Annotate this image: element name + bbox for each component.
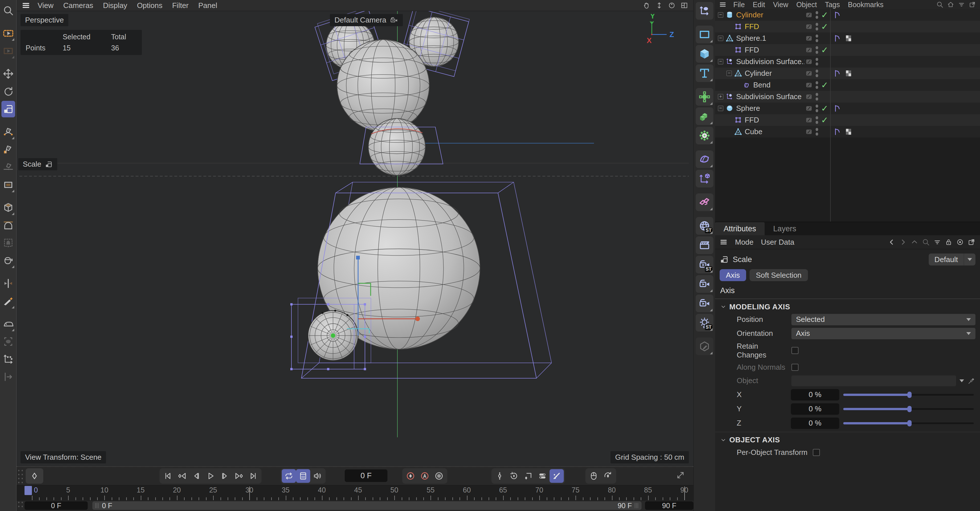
object-name[interactable]: Bend	[753, 81, 771, 89]
attribute-menu-icon[interactable]	[720, 238, 728, 246]
key-pla-toggles[interactable]	[535, 469, 550, 483]
tree-row-bend[interactable]: Bend✓	[715, 79, 980, 91]
option-tab-soft-selection[interactable]: Soft Selection	[749, 269, 808, 281]
along-normals-checkbox[interactable]	[791, 364, 799, 371]
menu-panel[interactable]: Panel	[198, 1, 217, 10]
play-all-frames[interactable]	[296, 469, 310, 483]
layer-chip-icon[interactable]	[805, 46, 813, 54]
spline-primitive[interactable]	[696, 25, 713, 43]
motion-camera-object[interactable]	[696, 295, 713, 312]
stage-object[interactable]	[696, 236, 713, 254]
tab-layers[interactable]: Layers	[765, 222, 805, 235]
tree-row-cube[interactable]: Cube	[715, 126, 980, 138]
autokeying[interactable]	[418, 469, 432, 483]
object-name[interactable]: Cylinder	[745, 69, 772, 78]
phong-tag-icon[interactable]	[834, 34, 842, 43]
object-name[interactable]: Cylinder	[736, 11, 763, 19]
enabled-check-icon[interactable]: ✓	[821, 79, 828, 91]
tweak-tool[interactable]	[2, 177, 15, 193]
iron-tool[interactable]	[2, 315, 15, 332]
go-up[interactable]	[910, 238, 918, 246]
object-name[interactable]: Sphere.1	[736, 34, 766, 43]
cloner-object[interactable]	[696, 193, 713, 211]
om-menu-object[interactable]: Object	[796, 0, 817, 9]
om-menu-bookmarks[interactable]: Bookmarks	[848, 0, 883, 9]
mode-menu[interactable]: Mode	[735, 238, 754, 247]
slider-value-x[interactable]: 0 %	[791, 389, 839, 401]
layer-chip-icon[interactable]	[805, 11, 813, 19]
layer-chip-icon[interactable]	[805, 105, 813, 112]
visibility-dots[interactable]	[816, 128, 818, 135]
enabled-check-icon[interactable]: ✓	[821, 9, 828, 21]
magnet-tool[interactable]	[2, 252, 15, 269]
next-key[interactable]	[232, 469, 246, 483]
keyframe-mouse[interactable]	[587, 469, 601, 483]
orbit-view[interactable]	[668, 2, 676, 10]
layer-chip-icon[interactable]	[805, 128, 813, 135]
previous-key[interactable]	[175, 469, 189, 483]
loop-selection-tool[interactable]	[2, 333, 15, 350]
preset-dropdown[interactable]: Default	[929, 253, 975, 266]
spline-pen-tool[interactable]	[2, 124, 15, 140]
visibility-dots[interactable]	[816, 93, 818, 100]
menu-filter[interactable]: Filter	[172, 1, 189, 10]
spline-smooth-tool[interactable]	[2, 159, 15, 175]
simulation-object[interactable]	[696, 127, 713, 145]
keying-filter[interactable]	[550, 469, 564, 483]
layer-chip-icon[interactable]	[805, 35, 813, 42]
per-object-transform-checkbox[interactable]	[813, 449, 820, 456]
menu-view[interactable]: View	[38, 1, 54, 10]
range-marker-30[interactable]	[249, 487, 250, 500]
range-start-field[interactable]: 0 F	[24, 501, 88, 510]
object-link-field[interactable]	[791, 376, 956, 386]
slider-y[interactable]	[843, 403, 975, 415]
om-search[interactable]	[936, 1, 943, 8]
scale-tool[interactable]	[2, 101, 15, 117]
object-name[interactable]: FFD	[745, 22, 759, 31]
layer-chip-icon[interactable]	[805, 70, 813, 77]
rotate-tool[interactable]	[2, 83, 15, 100]
object-name[interactable]: Sphere	[736, 104, 760, 113]
slider-x[interactable]	[843, 389, 975, 401]
attr-lock[interactable]	[945, 238, 953, 246]
object-name[interactable]: FFD	[745, 46, 759, 54]
modeling-helper-object[interactable]	[696, 170, 713, 188]
tree-row-ffd[interactable]: FFD✓	[715, 21, 980, 32]
user-data-menu[interactable]: User Data	[761, 238, 794, 247]
eyedropper-icon[interactable]	[967, 377, 975, 385]
move-tool[interactable]	[2, 65, 15, 82]
next-frame[interactable]	[218, 469, 232, 483]
enabled-check-icon[interactable]: ✓	[821, 21, 828, 32]
retain-changes-checkbox[interactable]	[791, 347, 799, 354]
phong-tag-icon[interactable]	[834, 69, 842, 78]
goto-start[interactable]	[161, 469, 175, 483]
object-name[interactable]: Subdivision Surface	[736, 92, 802, 101]
om-filter[interactable]	[958, 1, 965, 8]
enabled-check-icon[interactable]: ✓	[821, 114, 828, 126]
slider-z[interactable]	[843, 417, 975, 429]
enabled-check-icon[interactable]: ✓	[821, 44, 828, 56]
expander-minus-icon[interactable]: −	[727, 71, 732, 76]
visibility-dots[interactable]	[816, 11, 818, 19]
viewport-3d[interactable]: Perspective Selected Total Points 15 36 …	[16, 11, 694, 466]
active-camera-label[interactable]: Default Camera	[330, 14, 403, 26]
key-parameter[interactable]	[521, 469, 535, 483]
set-point-value-tool[interactable]	[2, 351, 15, 368]
layer-chip-icon[interactable]	[805, 58, 813, 65]
layer-chip-icon[interactable]	[805, 81, 813, 89]
range-grip-left[interactable]	[95, 503, 99, 508]
object-axis-header[interactable]: OBJECT AXIS	[720, 436, 975, 444]
expander-minus-icon[interactable]: −	[718, 59, 723, 64]
current-frame-field[interactable]: 0 F	[345, 470, 387, 482]
range-marker-90[interactable]	[684, 487, 685, 500]
phong-tag-icon[interactable]	[834, 11, 842, 19]
visibility-dots[interactable]	[816, 70, 818, 77]
modeling-axis-header[interactable]: MODELING AXIS	[720, 302, 975, 311]
subdivision-surface-generator[interactable]	[696, 2, 713, 20]
om-menu-view[interactable]: View	[773, 0, 788, 9]
tab-attributes[interactable]: Attributes	[715, 222, 765, 235]
visibility-dots[interactable]	[816, 116, 818, 124]
option-tab-axis[interactable]: Axis	[720, 269, 746, 281]
material-node-editor[interactable]	[696, 337, 713, 355]
jiggle-tool[interactable]	[2, 235, 15, 251]
